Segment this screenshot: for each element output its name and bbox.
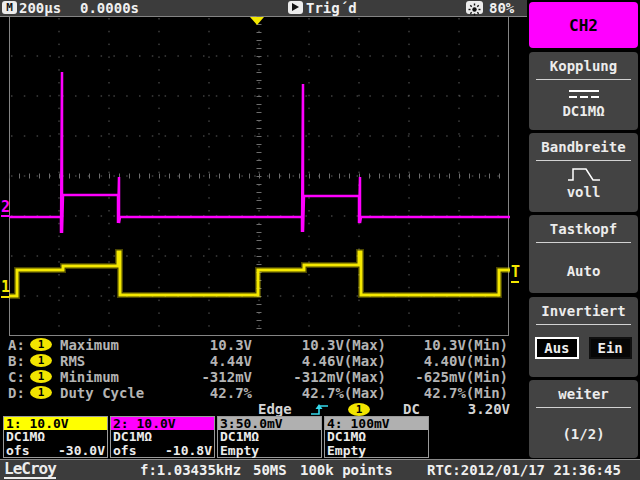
softkey-tastkopf[interactable]: Tastkopf Auto [529,215,638,293]
measurement-row-b: B: 1 RMS 4.44V 4.46V(Max) 4.40V(Min) [0,353,524,369]
status-label: Empty [327,443,366,458]
timebase-mode-icon: M [2,1,17,14]
svg-text:2: 2 [1,198,10,216]
channel-3-status: Empty [218,444,321,458]
softkey-invertiert[interactable]: Invertiert Aus Ein [529,297,638,377]
lowpass-filter-icon [529,166,638,186]
softkey-value: voll [529,184,638,200]
trigger-coupling: DC [403,402,420,416]
oscilloscope-screen: M 200μs 0.0000s Trig´d 80% 21T A: 1 Maxi… [0,0,640,480]
source-badge: 1 [30,354,52,367]
frequency-readout: f:1.03435kHz [140,462,241,479]
trigger-level: 3.20V [450,402,510,416]
measurement-value: -312mV [140,369,252,385]
measurement-id: B: [8,353,25,369]
measurement-id: A: [8,337,25,353]
measurement-max: 10.3V(Max) [262,337,386,353]
status-label: Empty [220,443,259,458]
bottom-status-bar: LeCroy f:1.03435kHz 50MS 100k points RTC… [0,459,640,480]
trigger-source-badge: 1 [348,403,370,416]
measurement-row-c: C: 1 Minimum -312mV -312mV(Max) -625mV(M… [0,369,524,385]
sample-rate: 50MS [253,462,287,479]
measurement-min: 4.40V(Min) [386,353,508,369]
channel-2-coupling: DC1MΩ [111,430,214,444]
channel-4-box[interactable]: 4: 100mV DC1MΩ Empty [324,416,429,458]
softkey-value: Auto [529,263,638,279]
option-ein[interactable]: Ein [589,337,632,359]
trigger-status-icon [288,1,303,14]
channel-1-coupling: DC1MΩ [4,430,107,444]
softkey-title: Kopplung [529,52,638,74]
channel-4-status: Empty [325,444,428,458]
real-time-clock: RTC:2012/01/17 21:36:45 [427,462,621,479]
channel-2-box[interactable]: 2: 10.0V DC1MΩ ofs -10.8V [110,416,215,458]
measurement-max: 42.7%(Max) [262,385,386,401]
measurement-min: -625mV(Min) [386,369,508,385]
channel-2-offset: ofs -10.8V [111,444,214,458]
measurement-min: 10.3V(Min) [386,337,508,353]
memory-depth: 100k points [300,462,393,479]
offset-label: ofs [113,443,136,458]
trigger-type: Edge [258,402,292,416]
channel-1-box[interactable]: 1: 10.0V DC1MΩ ofs -30.0V [3,416,108,458]
softkey-weiter[interactable]: weiter (1/2) [529,380,638,458]
softkey-bandbreite[interactable]: Bandbreite voll [529,133,638,212]
measurement-value: 4.44V [140,353,252,369]
waveform-display: 21T [0,14,524,338]
menu-title-ch2[interactable]: CH2 [529,2,638,48]
softkey-title: Invertiert [529,297,638,319]
measurement-value: 10.3V [140,337,252,353]
channel-1-offset: ofs -30.0V [4,444,107,458]
measurement-label: Minimum [60,369,119,385]
source-badge: 1 [30,386,52,399]
channel-strip: 1: 10.0V DC1MΩ ofs -30.0V 2: 10.0V DC1MΩ… [0,416,524,458]
softkey-page: (1/2) [529,426,638,442]
measurement-label: Maximum [60,337,119,353]
brightness-icon [466,1,483,14]
source-badge: 1 [30,370,52,383]
softkey-kopplung[interactable]: Kopplung DC1MΩ [529,52,638,130]
svg-text:T: T [511,263,520,281]
offset-value: -30.0V [58,444,105,458]
play-triangle-icon [292,3,299,11]
offset-label: ofs [6,443,29,458]
channel-3-box[interactable]: 3:50.0mV DC1MΩ Empty [217,416,322,458]
measurement-label: Duty Cycle [60,385,144,401]
svg-text:1: 1 [1,278,10,296]
channel-3-coupling: DC1MΩ [218,430,321,444]
softkey-title: weiter [529,380,638,402]
measurement-min: 42.7%(Min) [386,385,508,401]
lecroy-logo: LeCroy [4,460,56,479]
measurement-max: -312mV(Max) [262,369,386,385]
channel-4-coupling: DC1MΩ [325,430,428,444]
softkey-title: Bandbreite [529,133,638,155]
measurement-max: 4.46V(Max) [262,353,386,369]
measurement-value: 42.7% [140,385,252,401]
source-badge: 1 [30,338,52,351]
measurement-row-a: A: 1 Maximum 10.3V 10.3V(Max) 10.3V(Min) [0,337,524,353]
option-aus[interactable]: Aus [535,337,578,359]
softkey-title: Tastkopf [529,215,638,237]
measurement-label: RMS [60,353,85,369]
softkey-value: DC1MΩ [529,103,638,119]
trigger-status-row: Edge 1 DC 3.20V [0,402,524,416]
measurement-panel: A: 1 Maximum 10.3V 10.3V(Max) 10.3V(Min)… [0,336,524,402]
measurement-row-d: D: 1 Duty Cycle 42.7% 42.7%(Max) 42.7%(M… [0,385,524,401]
measurement-id: D: [8,385,25,401]
measurement-id: C: [8,369,25,385]
softkey-menu: CH2 Kopplung DC1MΩ Bandbreite [527,0,640,459]
dc-coupling-icon [529,87,638,103]
offset-value: -10.8V [165,444,212,458]
